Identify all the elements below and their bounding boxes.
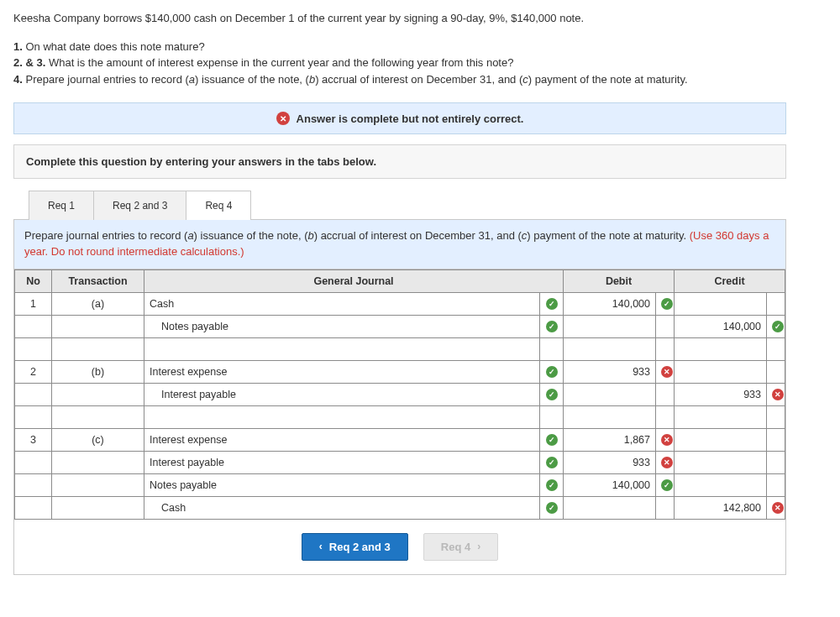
cell-credit[interactable]: 140,000 [675, 315, 767, 337]
check-icon: ✓ [546, 479, 558, 491]
cell-trans[interactable] [52, 496, 144, 519]
cell-account[interactable]: Interest payable [144, 383, 540, 405]
cell-credit[interactable]: 933 [675, 383, 767, 405]
cell-credit[interactable] [675, 473, 767, 496]
cell-account[interactable]: Interest expense [144, 428, 540, 451]
cell-trans[interactable] [52, 383, 144, 405]
cell-credit[interactable]: 142,800 [675, 496, 767, 519]
cell-credit[interactable] [675, 428, 767, 451]
cell-debit[interactable] [564, 337, 656, 360]
cell-debit[interactable]: 933 [564, 360, 656, 383]
check-icon: ✓ [546, 321, 558, 332]
check-icon: ✓ [546, 502, 558, 514]
cell-no[interactable] [15, 405, 52, 428]
x-icon: ✕ [772, 389, 784, 400]
cell-debit[interactable]: 140,000 [564, 473, 656, 496]
next-button[interactable]: Req 4 › [423, 533, 498, 561]
tabs: Req 1 Req 2 and 3 Req 4 [29, 191, 786, 220]
cell-no[interactable] [15, 496, 52, 519]
cell-credit[interactable] [675, 405, 767, 428]
cell-trans[interactable]: (a) [52, 292, 144, 315]
cell-debit-mark: ✓ [656, 292, 675, 315]
cell-debit-mark [656, 383, 675, 405]
journal-table: No Transaction General Journal Debit Cre… [14, 269, 785, 520]
cell-debit[interactable] [564, 405, 656, 428]
table-row [15, 337, 785, 360]
cell-no[interactable]: 3 [15, 428, 52, 451]
cell-account[interactable]: Cash [144, 496, 540, 519]
cell-no[interactable] [15, 337, 52, 360]
check-icon: ✓ [546, 298, 558, 310]
cell-account[interactable]: Notes payable [144, 473, 540, 496]
prev-button[interactable]: ‹ Req 2 and 3 [302, 533, 408, 561]
chevron-left-icon: ‹ [319, 541, 323, 552]
check-icon: ✓ [546, 457, 558, 468]
cell-account-mark: ✓ [540, 473, 564, 496]
cell-debit[interactable]: 140,000 [564, 292, 656, 315]
cell-account[interactable]: Notes payable [144, 315, 540, 337]
cell-credit-mark: ✕ [767, 383, 785, 405]
cell-account[interactable]: Interest expense [144, 360, 540, 383]
cell-debit-mark [656, 337, 675, 360]
cell-debit[interactable] [564, 315, 656, 337]
cell-credit[interactable] [675, 337, 767, 360]
table-row: Interest payable✓933✕ [15, 383, 785, 405]
cell-no[interactable] [15, 451, 52, 473]
cell-debit[interactable] [564, 383, 656, 405]
cell-trans[interactable]: (c) [52, 428, 144, 451]
table-row: Interest payable✓933✕ [15, 451, 785, 473]
table-row: Notes payable✓140,000✓ [15, 315, 785, 337]
cell-no[interactable]: 1 [15, 292, 52, 315]
cell-account[interactable]: Cash [144, 292, 540, 315]
cell-account[interactable] [144, 405, 540, 428]
cell-debit[interactable]: 1,867 [564, 428, 656, 451]
table-row: Cash✓142,800✕ [15, 496, 785, 519]
cell-trans[interactable] [52, 473, 144, 496]
cell-trans[interactable]: (b) [52, 360, 144, 383]
cell-account[interactable] [144, 337, 540, 360]
cell-no[interactable] [15, 315, 52, 337]
cell-no[interactable]: 2 [15, 360, 52, 383]
q23: 2. & 3. What is the amount of interest e… [13, 55, 827, 71]
cell-credit-mark [767, 428, 785, 451]
cell-credit-mark [767, 473, 785, 496]
check-icon: ✓ [546, 366, 558, 378]
cell-debit-mark [656, 496, 675, 519]
cell-credit[interactable] [675, 451, 767, 473]
cell-credit[interactable] [675, 360, 767, 383]
tab-req4[interactable]: Req 4 [186, 191, 251, 220]
cell-account-mark: ✓ [540, 360, 564, 383]
cell-credit-mark [767, 360, 785, 383]
cell-debit-mark [656, 405, 675, 428]
problem-intro: Keesha Company borrows $140,000 cash on … [13, 10, 827, 27]
cell-trans[interactable] [52, 405, 144, 428]
cell-debit[interactable] [564, 496, 656, 519]
cell-no[interactable] [15, 383, 52, 405]
check-icon: ✓ [661, 479, 673, 491]
tab-pane: Prepare journal entries to record (a) is… [13, 219, 786, 575]
cell-account[interactable]: Interest payable [144, 451, 540, 473]
cell-debit[interactable]: 933 [564, 451, 656, 473]
cell-credit-mark [767, 451, 785, 473]
cell-account-mark: ✓ [540, 292, 564, 315]
status-banner: ✕ Answer is complete but not entirely co… [13, 102, 786, 134]
table-row [15, 405, 785, 428]
cell-account-mark [540, 337, 564, 360]
th-no: No [15, 269, 52, 292]
cell-trans[interactable] [52, 451, 144, 473]
th-debit: Debit [564, 269, 675, 292]
cell-trans[interactable] [52, 337, 144, 360]
tab-req1[interactable]: Req 1 [29, 191, 94, 220]
cell-debit-mark: ✕ [656, 451, 675, 473]
tab-instructions: Prepare journal entries to record (a) is… [14, 220, 785, 269]
problem-statement: Keesha Company borrows $140,000 cash on … [13, 10, 827, 87]
cell-credit[interactable] [675, 292, 767, 315]
prev-label: Req 2 and 3 [329, 541, 391, 553]
cell-no[interactable] [15, 473, 52, 496]
cell-credit-mark [767, 405, 785, 428]
tab-req23[interactable]: Req 2 and 3 [94, 191, 186, 220]
table-row: Notes payable✓140,000✓ [15, 473, 785, 496]
cell-debit-mark: ✓ [656, 473, 675, 496]
cell-trans[interactable] [52, 315, 144, 337]
x-icon: ✕ [276, 112, 290, 125]
